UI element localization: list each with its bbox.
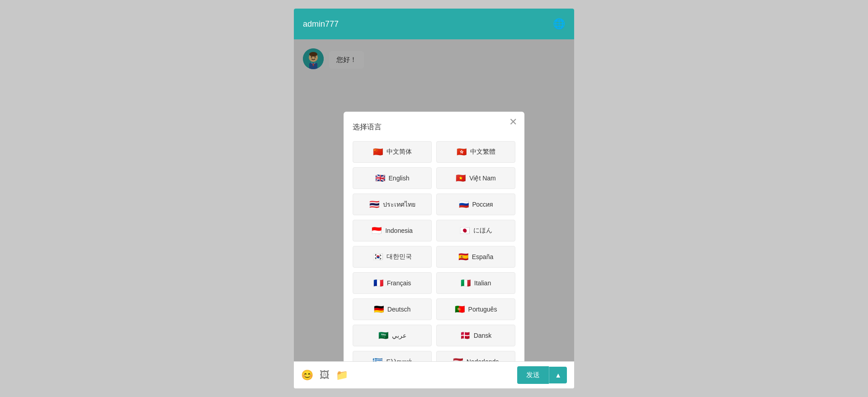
flag-icon: 🇬🇧 <box>375 173 385 183</box>
language-option[interactable]: 🇳🇱Nederlands <box>436 351 515 361</box>
flag-icon: 🇯🇵 <box>460 226 470 236</box>
language-label: Việt Nam <box>469 175 496 182</box>
language-label: Россия <box>472 201 493 208</box>
flag-icon: 🇩🇰 <box>460 331 470 340</box>
language-option[interactable]: 🇪🇸España <box>436 246 515 268</box>
language-label: Indonesia <box>385 227 413 234</box>
language-option[interactable]: 🇮🇩Indonesia <box>353 220 432 241</box>
language-option[interactable]: 🇬🇧English <box>353 167 432 189</box>
flag-icon: 🇭🇰 <box>457 147 467 157</box>
folder-icon[interactable]: 📁 <box>336 369 348 381</box>
flag-icon: 🇪🇸 <box>458 252 468 262</box>
language-option[interactable]: 🇷🇺Россия <box>436 194 515 215</box>
flag-icon: 🇵🇹 <box>455 304 465 314</box>
globe-icon[interactable]: 🌐 <box>553 18 565 30</box>
send-button[interactable]: 发送 <box>517 366 549 384</box>
language-option[interactable]: 🇨🇳中文简体 <box>353 141 432 163</box>
flag-icon: 🇬🇷 <box>373 357 382 361</box>
modal-overlay: ✕ 选择语言 🇨🇳中文简体🇭🇰中文繁體🇬🇧English🇻🇳Việt Nam🇹🇭… <box>294 39 574 361</box>
language-option[interactable]: 🇮🇹Italian <box>436 272 515 294</box>
language-option[interactable]: 🇩🇰Dansk <box>436 325 515 346</box>
image-icon[interactable]: 🖼 <box>320 369 330 381</box>
flag-icon: 🇰🇷 <box>373 252 383 262</box>
flag-icon: 🇨🇳 <box>373 147 383 157</box>
chat-footer: 😊 🖼 📁 发送 ▲ <box>294 361 574 388</box>
language-label: Nederlands <box>467 358 499 361</box>
flag-icon: 🇩🇪 <box>374 304 384 314</box>
language-option[interactable]: 🇯🇵にほん <box>436 220 515 241</box>
flag-icon: 🇳🇱 <box>453 357 463 361</box>
language-option[interactable]: 🇰🇷대한민국 <box>353 246 432 268</box>
flag-icon: 🇮🇩 <box>372 226 382 236</box>
language-option[interactable]: 🇻🇳Việt Nam <box>436 167 515 189</box>
language-label: Deutsch <box>387 306 410 313</box>
send-chevron-button[interactable]: ▲ <box>549 367 567 383</box>
emoji-icon[interactable]: 😊 <box>301 369 313 381</box>
language-grid: 🇨🇳中文简体🇭🇰中文繁體🇬🇧English🇻🇳Việt Nam🇹🇭ประเทศไ… <box>353 141 515 361</box>
language-option[interactable]: 🇬🇷Ελληνικά <box>353 351 432 361</box>
language-option[interactable]: 🇵🇹Português <box>436 298 515 320</box>
modal-title: 选择语言 <box>353 123 515 132</box>
language-label: ประเทศไทย <box>383 199 415 209</box>
language-label: Italian <box>474 279 491 287</box>
chat-window: admin777 🌐 <box>294 9 574 388</box>
language-label: عربي <box>392 332 406 339</box>
flag-icon: 🇹🇭 <box>369 199 379 209</box>
language-label: 中文简体 <box>387 148 412 156</box>
chat-header: admin777 🌐 <box>294 9 574 39</box>
chat-body: 您好！ ✕ 选择语言 🇨🇳中文简体🇭🇰中文繁體🇬🇧English🇻🇳Việt N… <box>294 39 574 361</box>
modal-close-button[interactable]: ✕ <box>509 117 517 127</box>
send-area: 发送 ▲ <box>517 366 567 384</box>
flag-icon: 🇮🇹 <box>461 278 471 288</box>
language-option[interactable]: 🇫🇷Français <box>353 272 432 294</box>
language-label: Français <box>387 279 411 287</box>
language-label: English <box>389 175 410 182</box>
language-label: Ελληνικά <box>386 358 411 361</box>
language-label: Português <box>468 306 497 313</box>
language-label: 대한민국 <box>387 253 412 261</box>
flag-icon: 🇷🇺 <box>459 199 469 209</box>
flag-icon: 🇻🇳 <box>456 173 466 183</box>
language-modal: ✕ 选择语言 🇨🇳中文简体🇭🇰中文繁體🇬🇧English🇻🇳Việt Nam🇹🇭… <box>344 112 524 361</box>
language-option[interactable]: 🇭🇰中文繁體 <box>436 141 515 163</box>
flag-icon: 🇫🇷 <box>373 278 383 288</box>
flag-icon: 🇸🇦 <box>378 331 388 340</box>
header-title: admin777 <box>303 19 339 29</box>
language-option[interactable]: 🇸🇦عربي <box>353 325 432 346</box>
language-option[interactable]: 🇹🇭ประเทศไทย <box>353 194 432 215</box>
language-label: España <box>472 253 493 260</box>
language-label: にほん <box>473 227 492 235</box>
language-label: Dansk <box>474 332 492 339</box>
language-label: 中文繁體 <box>470 148 495 156</box>
language-option[interactable]: 🇩🇪Deutsch <box>353 298 432 320</box>
